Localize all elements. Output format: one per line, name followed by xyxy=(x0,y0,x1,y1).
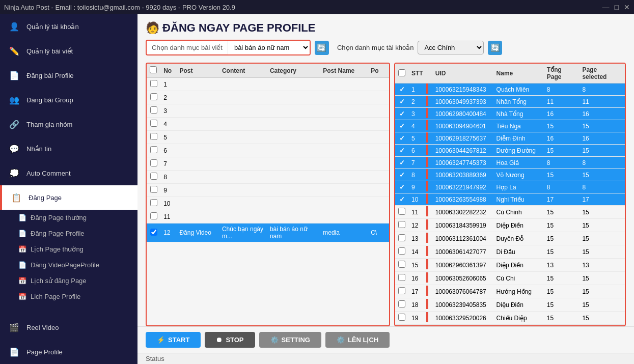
row-checkbox[interactable] xyxy=(398,274,405,281)
sidebar-item-page-profile[interactable]: 📄 Page Profile xyxy=(0,340,137,364)
cell-category: bài bán áo nữ nam xyxy=(267,223,320,242)
maximize-btn[interactable]: □ xyxy=(615,3,619,11)
row-checkbox[interactable] xyxy=(150,146,157,153)
row-checkbox[interactable] xyxy=(150,229,157,236)
sidebar-item-reel-video[interactable]: 🎬 Reel Video xyxy=(0,315,137,340)
cell-name: Hướng Hồng xyxy=(493,285,544,298)
row-checkbox[interactable] xyxy=(398,208,405,215)
row-checkbox[interactable] xyxy=(150,186,157,193)
row-checkbox[interactable] xyxy=(398,261,405,268)
table-row[interactable]: 19 100063329520026 Chiếu Diệp 15 15 xyxy=(395,312,625,325)
cell-tong-page: 8 xyxy=(544,157,580,169)
row-checkbox[interactable] xyxy=(150,173,157,180)
table-row[interactable]: 20 100063189309517 Minh Pham 15 15 xyxy=(395,325,625,326)
minimize-btn[interactable]: — xyxy=(602,3,610,11)
start-button[interactable]: ⚡ START xyxy=(146,332,201,348)
row-checkbox[interactable] xyxy=(398,314,405,321)
bottom-bar: ⚡ START ⏺ STOP ⚙️ SETTING ⚙️ LÊN LỊCH xyxy=(137,326,634,353)
table-row[interactable]: 9 xyxy=(147,184,389,197)
table-row[interactable]: 1 xyxy=(147,78,389,91)
table-row[interactable]: 11 xyxy=(147,210,389,223)
setting-button[interactable]: ⚙️ SETTING xyxy=(259,332,321,348)
cell-post xyxy=(176,157,219,171)
table-row[interactable]: 3 xyxy=(147,104,389,118)
table-row[interactable]: ✓ 5 100062918275637 Diễm Đình 16 16 xyxy=(395,132,625,145)
table-row[interactable]: ✓ 10 100063263554988 Nghi Triều 17 17 xyxy=(395,193,625,206)
stop-button[interactable]: ⏺ STOP xyxy=(205,332,255,348)
table-row[interactable]: 6 xyxy=(147,144,389,157)
sidebar-item-tham-gia-nhom[interactable]: 🔗 Tham gia nhóm xyxy=(0,112,137,136)
refresh-accounts-btn[interactable]: 🔄 xyxy=(488,41,502,55)
sidebar-item-quan-ly-tai-khoan[interactable]: 👤 Quản lý tài khoản xyxy=(0,14,137,39)
left-table: No Post Content Category Post Name Po 1 xyxy=(147,64,389,242)
row-checkbox[interactable] xyxy=(398,287,405,294)
table-row[interactable]: 7 xyxy=(147,157,389,171)
table-row[interactable]: ✓ 4 100063094904601 Tiêu Nga 15 15 xyxy=(395,120,625,132)
cell-page-selected: 15 xyxy=(579,312,625,325)
table-row[interactable]: 13 100063112361004 Duyên Đỗ 15 15 xyxy=(395,232,625,245)
row-checkbox[interactable] xyxy=(150,93,157,100)
refresh-posts-btn[interactable]: 🔄 xyxy=(315,41,329,55)
cell-postname xyxy=(320,104,368,118)
select-all-right[interactable] xyxy=(398,69,405,76)
row-checkbox[interactable] xyxy=(150,120,157,127)
row-checkbox[interactable] xyxy=(150,159,157,166)
select-all-left[interactable] xyxy=(150,66,157,73)
close-btn[interactable]: ✕ xyxy=(624,3,630,11)
tables-container: No Post Content Category Post Name Po 1 xyxy=(137,63,634,326)
row-checkbox[interactable] xyxy=(398,234,405,241)
table-row[interactable]: 15 100062960361397 Diệp Điền 13 13 xyxy=(395,259,625,272)
title-bar: Ninja Auto Post - Email : toiiosictu@gma… xyxy=(0,0,634,14)
cell-tong-page: 15 xyxy=(544,120,580,132)
sidebar-label: Quản lý tài khoản xyxy=(26,23,79,31)
cell-postname xyxy=(320,131,368,144)
row-checkbox[interactable] xyxy=(398,221,405,228)
sidebar-sub-dang-video-page-profile[interactable]: 📄 Đăng VideoPageProfile xyxy=(18,257,137,273)
sidebar-sub-lich-page-profile[interactable]: 📅 Lich Page Profile xyxy=(18,289,137,304)
right-table-wrap: STT UID Name Tổng Page Page selected ✓ xyxy=(394,63,626,326)
row-checkbox[interactable] xyxy=(398,300,405,307)
row-checkbox[interactable] xyxy=(150,212,157,219)
table-row[interactable]: 16 100063052606065 Cù Chi 15 15 xyxy=(395,272,625,285)
table-row[interactable]: ✓ 7 100063247745373 Hoa Giả 8 8 xyxy=(395,157,625,169)
row-checkbox[interactable] xyxy=(150,133,157,140)
table-row[interactable]: ✓ 6 100063044267812 Dường Đường 15 15 xyxy=(395,145,625,157)
col-tong-page: Tổng Page xyxy=(544,64,580,83)
table-row[interactable]: 2 xyxy=(147,91,389,104)
table-row[interactable]: 14 100063061427077 Di Đầu 15 15 xyxy=(395,245,625,259)
cell-postname xyxy=(320,197,368,210)
table-row[interactable]: 11 100063302282232 Cù Chinh 15 15 xyxy=(395,206,625,219)
row-checkbox[interactable] xyxy=(150,80,157,87)
sidebar-item-auto-comment[interactable]: 💭 Auto Comment xyxy=(0,161,137,185)
table-row[interactable]: 12 100063184359919 Diệp Điền 15 15 xyxy=(395,219,625,232)
row-checkbox[interactable] xyxy=(398,247,405,255)
table-row[interactable]: 8 xyxy=(147,171,389,184)
sidebar-item-nhan-tin[interactable]: 💬 Nhắn tin xyxy=(0,136,137,161)
sidebar-sub-dang-page-profile[interactable]: 📄 Đăng Page Profile xyxy=(18,226,137,241)
table-row[interactable]: 12 Đăng Video Chúc bạn ngày m... bài bán… xyxy=(147,223,389,242)
sidebar-sub-dang-page-thuong[interactable]: 📄 Đăng Page thường xyxy=(18,210,137,226)
table-row[interactable]: ✓ 1 100063215948343 Quách Miên 8 8 xyxy=(395,83,625,96)
sidebar-item-dang-page[interactable]: 📋 Đăng Page xyxy=(0,185,137,210)
table-row[interactable]: 10 xyxy=(147,197,389,210)
cell-postname xyxy=(320,171,368,184)
sidebar-sub-lich-page-thuong[interactable]: 📅 Lịch Page thường xyxy=(18,241,137,257)
table-row[interactable]: 17 100063076064787 Hướng Hồng 15 15 xyxy=(395,285,625,298)
sidebar-item-dang-bai-profile[interactable]: 📄 Đăng bài Profile xyxy=(0,63,137,88)
row-checkbox[interactable] xyxy=(150,106,157,114)
table-row[interactable]: ✓ 8 100063203889369 Võ Nương 15 15 xyxy=(395,169,625,181)
row-checkbox[interactable] xyxy=(150,199,157,206)
table-row[interactable]: ✓ 9 100063221947992 Hợp La 8 8 xyxy=(395,181,625,193)
sidebar-item-dang-bai-group[interactable]: 👥 Đăng bài Group xyxy=(0,88,137,112)
account-dropdown[interactable]: Acc Chính xyxy=(418,41,484,54)
schedule-button[interactable]: ⚙️ LÊN LỊCH xyxy=(325,332,390,348)
table-row[interactable]: 18 100063239405835 Diệu Điền 15 15 xyxy=(395,298,625,312)
cell-uid: 100063239405835 xyxy=(432,298,493,312)
table-row[interactable]: ✓ 2 100063049937393 Nhân Tổng 11 11 xyxy=(395,96,625,108)
sidebar-sub-lich-su-dang-page[interactable]: 📅 Lịch sử đăng Page xyxy=(18,273,137,289)
sidebar-item-quan-ly-bai-viet[interactable]: ✏️ Quản lý bài viết xyxy=(0,39,137,63)
table-row[interactable]: 5 xyxy=(147,131,389,144)
category-dropdown[interactable]: bài bán áo nữ nam xyxy=(228,41,310,54)
table-row[interactable]: ✓ 3 100062980400484 Nhà Tổng 16 16 xyxy=(395,108,625,120)
table-row[interactable]: 4 xyxy=(147,118,389,131)
